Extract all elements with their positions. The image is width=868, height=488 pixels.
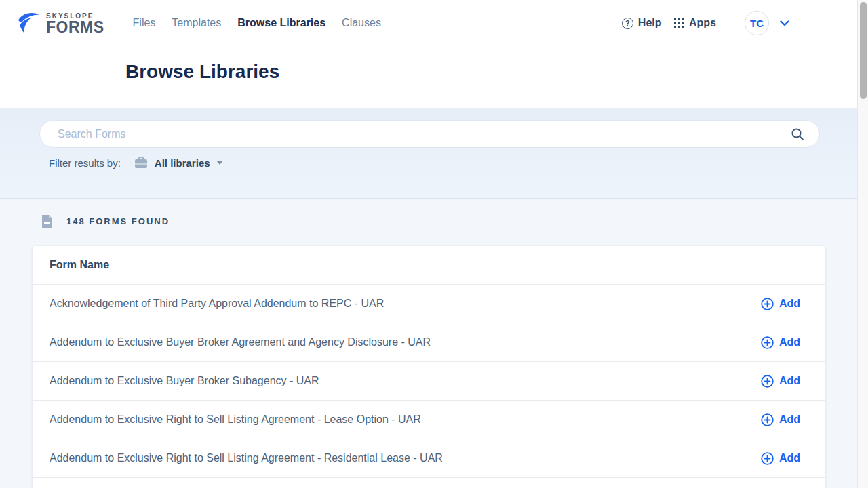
add-button-label: Add: [779, 375, 800, 387]
add-form-button[interactable]: Add: [761, 336, 800, 349]
forms-table-card: Form Name Acknowledgement of Third Party…: [33, 246, 825, 488]
logo-wordmark: SKYSLOPE FORMS: [46, 12, 104, 35]
scrollbar-thumb[interactable]: [860, 2, 867, 99]
nav-item-templates[interactable]: Templates: [172, 17, 221, 29]
nav-item-clauses[interactable]: Clauses: [342, 17, 381, 29]
table-row: Acknowledgement of Third Party Approval …: [33, 285, 825, 323]
top-navigation-bar: SKYSLOPE FORMS Files Templates Browse Li…: [0, 0, 857, 46]
form-name: Addendum to Exclusive Buyer Broker Subag…: [50, 375, 761, 387]
plus-circle-icon: [761, 298, 774, 310]
filter-caret-down-icon[interactable]: [216, 161, 223, 165]
plus-circle-icon: [761, 375, 774, 388]
add-form-button[interactable]: Add: [761, 375, 800, 388]
table-header-row: Form Name: [33, 246, 825, 285]
page-scrollbar[interactable]: [857, 0, 868, 488]
header-actions: ? Help Apps TC: [622, 11, 789, 35]
table-row-partial: [33, 478, 825, 488]
filter-label: Filter results by:: [49, 157, 121, 169]
logo-forms-text: FORMS: [46, 20, 104, 35]
browse-libraries-page: SKYSLOPE FORMS Files Templates Browse Li…: [0, 0, 857, 488]
form-name: Acknowledgement of Third Party Approval …: [50, 298, 761, 310]
plus-circle-icon: [761, 336, 774, 349]
form-name: Addendum to Exclusive Buyer Broker Agree…: [50, 336, 761, 348]
add-button-label: Add: [779, 336, 800, 348]
plus-circle-icon: [761, 452, 774, 465]
search-form-container: [39, 120, 820, 148]
document-icon: [41, 214, 53, 228]
help-button[interactable]: ? Help: [622, 17, 662, 29]
table-row: Addendum to Exclusive Buyer Broker Agree…: [33, 323, 825, 362]
briefcase-icon: [134, 157, 148, 169]
table-row: Addendum to Exclusive Buyer Broker Subag…: [33, 362, 825, 401]
skyslope-swoosh-icon: [15, 9, 42, 37]
results-count-row: 148 FORMS FOUND: [41, 214, 170, 228]
table-row: Addendum to Exclusive Right to Sell List…: [33, 439, 825, 478]
app-header: SKYSLOPE FORMS Files Templates Browse Li…: [0, 0, 857, 108]
main-nav: Files Templates Browse Libraries Clauses: [133, 17, 381, 29]
plus-circle-icon: [761, 413, 774, 426]
help-icon: ?: [622, 18, 633, 29]
skyslope-forms-logo[interactable]: SKYSLOPE FORMS: [15, 9, 104, 37]
nav-item-files[interactable]: Files: [133, 17, 156, 29]
add-form-button[interactable]: Add: [761, 452, 800, 465]
filter-row: Filter results by: All libraries: [49, 157, 223, 169]
add-button-label: Add: [779, 413, 800, 426]
add-button-label: Add: [779, 452, 800, 464]
search-input[interactable]: [40, 128, 791, 140]
search-section: Filter results by: All libraries: [0, 108, 857, 199]
add-form-button[interactable]: Add: [761, 413, 800, 426]
apps-grid-icon: [674, 18, 685, 28]
user-avatar[interactable]: TC: [745, 11, 769, 35]
nav-item-browse-libraries[interactable]: Browse Libraries: [237, 17, 326, 29]
form-name: Addendum to Exclusive Right to Sell List…: [50, 413, 761, 426]
library-filter-dropdown[interactable]: All libraries: [155, 157, 210, 169]
add-button-label: Add: [779, 298, 800, 310]
search-icon[interactable]: [791, 127, 804, 141]
form-name: Addendum to Exclusive Right to Sell List…: [50, 452, 761, 464]
form-name-column-header: Form Name: [50, 259, 109, 271]
apps-button[interactable]: Apps: [662, 17, 717, 29]
page-title: Browse Libraries: [125, 61, 279, 83]
add-form-button[interactable]: Add: [761, 298, 800, 310]
table-row: Addendum to Exclusive Right to Sell List…: [33, 401, 825, 439]
results-count-text: 148 FORMS FOUND: [66, 216, 170, 226]
help-label: Help: [638, 17, 662, 29]
apps-label: Apps: [689, 17, 716, 29]
forms-list-section: 148 FORMS FOUND Form Name Acknowledgemen…: [0, 199, 857, 488]
account-menu-chevron-down-icon[interactable]: [780, 20, 789, 26]
